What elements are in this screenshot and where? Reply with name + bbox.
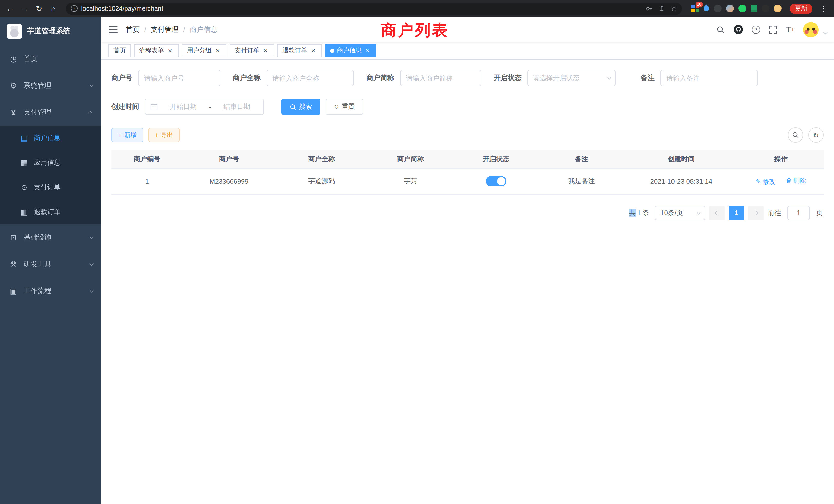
dark-extension-icon[interactable]	[714, 5, 722, 12]
goto-page-input[interactable]	[787, 206, 810, 220]
merchant-name-input[interactable]	[266, 70, 354, 86]
url-bar[interactable]: i localhost:1024/pay/merchant ↥ ☆	[66, 2, 682, 15]
table-header-row: 商户编号 商户号 商户全称 商户简称 开启状态 备注 创建时间 操作	[111, 150, 824, 168]
next-page-button[interactable]	[748, 206, 764, 220]
merchant-short-name-label: 商户简称	[367, 73, 394, 83]
extensions-icon[interactable]: 10	[691, 5, 699, 12]
close-icon[interactable]: ×	[310, 47, 317, 54]
back-icon[interactable]: ←	[4, 2, 17, 15]
plus-icon: +	[118, 132, 122, 138]
document-icon[interactable]	[751, 5, 757, 12]
sidebar-item-payment[interactable]: ¥ 支付管理	[0, 99, 101, 126]
browser-toolbar: ← → ↻ ⌂ i localhost:1024/pay/merchant ↥ …	[0, 0, 834, 17]
close-icon[interactable]: ×	[364, 47, 371, 54]
font-size-icon[interactable]: TT	[786, 25, 794, 34]
annotation-text: 商户列表	[381, 20, 449, 41]
info-icon[interactable]: i	[71, 5, 78, 12]
close-icon[interactable]: ×	[167, 47, 174, 54]
cell-full-name: 芋道源码	[275, 168, 368, 194]
refresh-icon: ↻	[334, 104, 339, 110]
share-icon[interactable]: ↥	[659, 5, 665, 12]
toggle-search-button[interactable]	[788, 127, 803, 143]
breadcrumb-payment[interactable]: 支付管理	[151, 25, 179, 34]
table-row: 1 M233666999 芋道源码 芋艿 我是备注 2021-10-23 08:…	[111, 168, 824, 194]
breadcrumb-home[interactable]: 首页	[126, 25, 140, 34]
reset-button[interactable]: ↻ 重置	[326, 98, 363, 115]
status-toggle[interactable]	[486, 176, 506, 186]
sidebar-item-app-info[interactable]: ▦ 应用信息	[0, 151, 101, 175]
sidebar-item-system[interactable]: ⚙ 系统管理	[0, 72, 101, 99]
search-button[interactable]: 搜索	[281, 98, 321, 115]
merchant-no-label: 商户号	[111, 73, 132, 83]
green-circle-icon[interactable]	[739, 5, 746, 12]
update-button[interactable]: 更新	[790, 3, 812, 14]
tab-process-form[interactable]: 流程表单×	[134, 44, 179, 57]
sidebar-item-workflow[interactable]: ▣ 工作流程	[0, 278, 101, 304]
download-icon: ↓	[155, 132, 158, 138]
edit-link[interactable]: ✎ 修改	[756, 177, 775, 186]
tags-bar: 首页 流程表单× 用户分组× 支付订单× 退款订单× 商户信息×	[101, 42, 834, 60]
total-count: 共1条	[629, 208, 651, 217]
forward-icon[interactable]: →	[19, 2, 31, 15]
close-icon[interactable]: ×	[262, 47, 269, 54]
sidebar-item-pay-order[interactable]: ⊙ 支付订单	[0, 175, 101, 200]
reload-icon[interactable]: ↻	[33, 2, 45, 15]
export-button[interactable]: ↓ 导出	[148, 128, 180, 142]
pagination: 共1条 10条/页 1 前往 页	[111, 206, 824, 220]
tab-pay-order[interactable]: 支付订单×	[229, 44, 274, 57]
monitor-icon: ⊡	[9, 233, 18, 242]
chevron-up-icon	[88, 111, 92, 115]
remark-input[interactable]	[660, 70, 758, 86]
tab-home[interactable]: 首页	[108, 44, 131, 57]
status-label: 开启状态	[494, 73, 522, 83]
help-icon[interactable]: ?	[752, 25, 760, 33]
chevron-down-icon	[89, 235, 94, 239]
app-logo[interactable]: 芋道管理系统	[0, 17, 101, 46]
extensions-badge: 10	[696, 2, 703, 7]
home-icon[interactable]: ⌂	[47, 2, 60, 15]
add-button[interactable]: + 新增	[111, 128, 143, 142]
key-icon[interactable]	[646, 5, 653, 12]
page-size-select[interactable]: 10条/页	[655, 206, 705, 220]
fullscreen-icon[interactable]	[769, 25, 777, 33]
hamburger-icon[interactable]	[109, 26, 117, 33]
profile-avatar-icon[interactable]	[774, 5, 782, 12]
prev-page-button[interactable]	[709, 206, 725, 220]
logo-avatar	[7, 24, 22, 39]
sidebar-item-dev-tools[interactable]: ⚒ 研发工具	[0, 251, 101, 278]
chevron-down-icon	[696, 210, 701, 214]
pay-circle-icon: ⊙	[20, 183, 29, 192]
tab-refund-order[interactable]: 退款订单×	[277, 44, 322, 57]
credit-card-icon: ▤	[20, 134, 29, 143]
avatar-extension-icon[interactable]	[726, 5, 734, 12]
tab-merchant-info[interactable]: 商户信息×	[325, 44, 376, 57]
menu-dots-icon[interactable]: ⋮	[817, 2, 830, 15]
merchant-short-name-input[interactable]	[400, 70, 481, 86]
star-icon[interactable]: ☆	[671, 5, 677, 12]
sidebar-item-home[interactable]: ◷ 首页	[0, 46, 101, 72]
sidebar-item-infrastructure[interactable]: ⊡ 基础设施	[0, 224, 101, 251]
user-avatar[interactable]	[803, 22, 818, 37]
water-drop-icon[interactable]	[702, 4, 710, 12]
delete-link[interactable]: 删除	[786, 176, 806, 185]
status-select[interactable]: 请选择开启状态	[527, 70, 615, 86]
sidebar: 芋道管理系统 ◷ 首页 ⚙ 系统管理 ¥ 支付管理 ▤ 商户信息	[0, 17, 101, 504]
chevron-down-icon[interactable]	[823, 30, 828, 34]
chevron-down-icon	[89, 261, 94, 266]
sidebar-item-refund-order[interactable]: ▥ 退款订单	[0, 200, 101, 224]
page-number-button[interactable]: 1	[729, 206, 744, 220]
merchant-no-input[interactable]	[138, 70, 220, 86]
create-time-range-picker[interactable]: 开始日期 - 结束日期	[145, 98, 264, 115]
breadcrumb: 首页 / 支付管理 / 商户信息	[126, 25, 218, 34]
search-icon[interactable]	[717, 25, 725, 33]
dashboard-icon: ◷	[9, 54, 18, 64]
refresh-button[interactable]: ↻	[808, 127, 824, 143]
calendar-icon	[151, 103, 158, 110]
tab-user-group[interactable]: 用户分组×	[182, 44, 226, 57]
github-icon[interactable]	[733, 25, 743, 35]
trash-icon	[786, 178, 792, 184]
knot-icon[interactable]	[762, 5, 769, 12]
close-icon[interactable]: ×	[214, 47, 221, 54]
table-toolbar: + 新增 ↓ 导出 ↻	[111, 127, 824, 143]
sidebar-item-merchant-info[interactable]: ▤ 商户信息	[0, 126, 101, 151]
